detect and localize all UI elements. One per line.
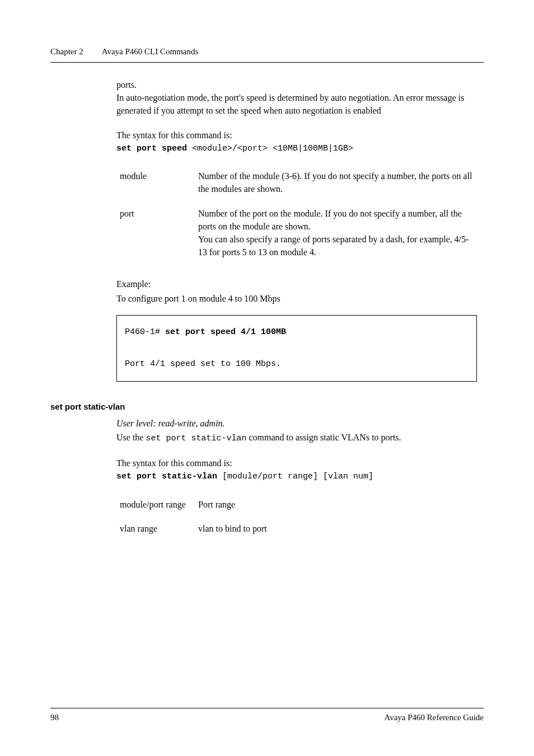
chapter-number: Chapter 2 [50,47,83,57]
intro-line-b: In auto-negotiation mode, the port's spe… [116,93,464,115]
user-level: User level: read-write, admin. [116,417,477,430]
example-desc: To configure port 1 on module 4 to 100 M… [116,292,477,305]
param-desc: vlan to bind to port [195,518,477,542]
syntax-args: <module>/<port> <10MB|100MB|1GB> [187,144,353,153]
syntax-line: set port static-vlan [module/port range]… [116,471,477,483]
param-desc: Port range [195,494,477,518]
syntax-intro: The syntax for this command is: [116,129,477,142]
param-name: vlan range [116,518,195,542]
doc-title: Avaya P460 Reference Guide [384,713,484,722]
table-row: module/port range Port range [116,494,477,518]
code-example-box: P460-1# set port speed 4/1 100MB Port 4/… [116,315,477,382]
param-name: module/port range [116,494,195,518]
parameter-table-2: module/port range Port range vlan range … [116,494,477,542]
syntax-cmd: set port static-vlan [116,472,217,481]
param-desc: Number of the module (3-6). If you do no… [195,165,477,202]
code-command: set port speed 4/1 100MB [165,327,286,337]
parameter-table-1: module Number of the module (3-6). If yo… [116,165,477,265]
syntax-cmd: set port speed [116,144,187,153]
syntax-line: set port speed <module>/<port> <10MB|100… [116,143,477,156]
desc-code: set port static-vlan [146,434,246,443]
desc-b: command to assign static VLANs to ports. [246,433,401,442]
section-content: User level: read-write, admin. Use the s… [116,417,477,542]
intro-line-a: ports. [116,80,137,90]
section-description: Use the set port static-vlan command to … [116,431,477,445]
section-heading: set port static-vlan [50,402,484,411]
page-footer: 98 Avaya P460 Reference Guide [50,708,484,722]
page-number: 98 [50,713,59,722]
chapter-title: Avaya P460 CLI Commands [102,47,199,56]
example-label: Example: [116,278,477,290]
param-desc: Number of the port on the module. If you… [195,203,477,266]
desc-a: Use the [116,433,146,442]
syntax-intro: The syntax for this command is: [116,457,477,469]
code-prompt: P460-1# [125,327,165,337]
intro-paragraph: ports. In auto-negotiation mode, the por… [116,78,477,118]
syntax-args: [module/port range] [vlan num] [217,472,373,481]
table-row: module Number of the module (3-6). If yo… [116,165,477,202]
param-name: module [116,165,195,202]
page: Chapter 2 Avaya P460 CLI Commands ports.… [0,0,534,756]
code-output: Port 4/1 speed set to 100 Mbps. [125,359,281,369]
main-content: ports. In auto-negotiation mode, the por… [116,78,477,382]
table-row: port Number of the port on the module. I… [116,203,477,266]
table-row: vlan range vlan to bind to port [116,518,477,542]
page-header: Chapter 2 Avaya P460 CLI Commands [50,47,484,63]
param-name: port [116,203,195,266]
